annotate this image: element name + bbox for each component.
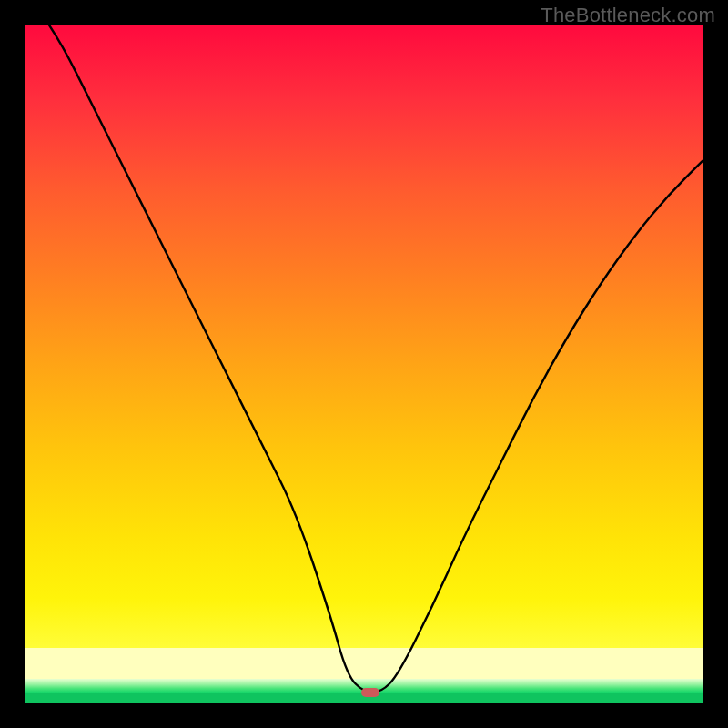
watermark-text: TheBottleneck.com [541, 4, 715, 27]
curve-path [25, 25, 703, 693]
chart-frame: TheBottleneck.com [0, 0, 728, 728]
plot-area [25, 25, 703, 703]
bottleneck-curve [25, 25, 703, 703]
min-marker [361, 688, 379, 697]
